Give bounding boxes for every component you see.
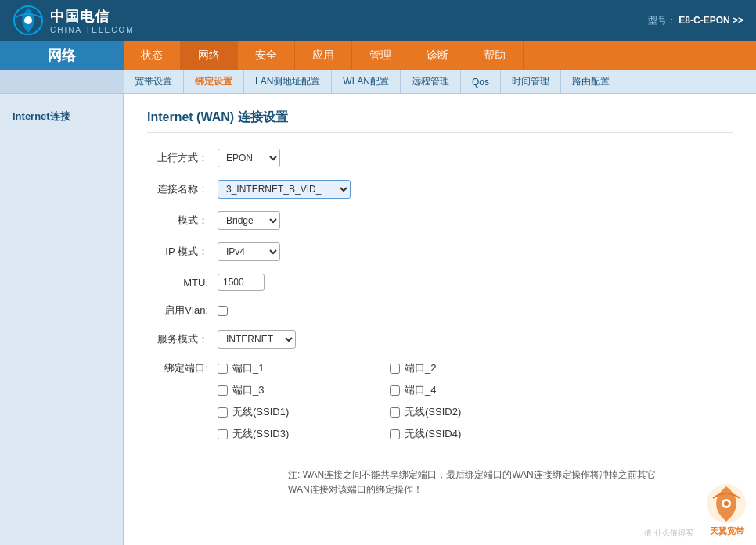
ssid4-checkbox[interactable] bbox=[390, 429, 400, 439]
sub-nav-sidebar bbox=[0, 70, 124, 93]
connection-name-label: 连接名称： bbox=[147, 182, 218, 196]
port1-checkbox[interactable] bbox=[218, 364, 228, 374]
china-telecom-icon bbox=[13, 5, 44, 36]
ssid2-text: 无线(SSID2) bbox=[405, 405, 461, 419]
logo-text-area: 中国电信 CHINA TELECOM bbox=[50, 7, 135, 34]
connection-name-row: 连接名称： 3_INTERNET_B_VID_ bbox=[147, 180, 733, 199]
ssid3-checkbox[interactable] bbox=[218, 429, 228, 439]
sub-nav-binding[interactable]: 绑定设置 bbox=[184, 70, 244, 93]
port4-label: 端口_4 bbox=[390, 383, 562, 397]
top-navigation: 网络 状态 网络 安全 应用 管理 诊断 帮助 bbox=[0, 41, 756, 70]
port3-text: 端口_3 bbox=[232, 383, 264, 397]
mode-label: 模式： bbox=[147, 213, 218, 228]
left-sidebar: Internet连接 bbox=[0, 94, 124, 545]
ssid4-label: 无线(SSID4) bbox=[390, 427, 562, 441]
mode-control: Bridge PPPoE Static DHCP bbox=[218, 211, 280, 230]
logo-chinese: 中国电信 bbox=[50, 7, 135, 26]
service-mode-label: 服务模式： bbox=[147, 332, 218, 346]
sub-nav-items-container: 宽带设置 绑定设置 LAN侧地址配置 WLAN配置 远程管理 Qos 时间管理 … bbox=[124, 70, 756, 93]
note-text: 注: WAN连接之间不能共享绑定端口，最后绑定端口的WAN连接绑定操作将冲掉之前… bbox=[288, 468, 664, 497]
page-header: 中国电信 CHINA TELECOM 型号： E8-C-EPON >> bbox=[0, 0, 756, 41]
port3-label: 端口_3 bbox=[218, 383, 390, 397]
svg-point-1 bbox=[24, 16, 32, 24]
nav-item-network[interactable]: 网络 bbox=[181, 41, 238, 70]
ip-mode-row: IP 模式： IPv4 IPv6 IPv4/IPv6 bbox=[147, 242, 733, 261]
ssid1-label: 无线(SSID1) bbox=[218, 405, 390, 419]
ssid4-text: 无线(SSID4) bbox=[405, 427, 461, 441]
sub-nav-time[interactable]: 时间管理 bbox=[501, 70, 561, 93]
nav-item-diagnostics[interactable]: 诊断 bbox=[409, 41, 466, 70]
ip-mode-control: IPv4 IPv6 IPv4/IPv6 bbox=[218, 242, 280, 261]
connection-name-control: 3_INTERNET_B_VID_ bbox=[218, 180, 351, 199]
model-info: 型号： E8-C-EPON >> bbox=[648, 14, 743, 27]
nav-item-status[interactable]: 状态 bbox=[124, 41, 181, 70]
connection-name-select[interactable]: 3_INTERNET_B_VID_ bbox=[218, 180, 351, 199]
upload-method-label: 上行方式： bbox=[147, 151, 218, 165]
port4-checkbox[interactable] bbox=[390, 385, 400, 396]
port1-text: 端口_1 bbox=[232, 361, 264, 375]
ssid2-label: 无线(SSID2) bbox=[390, 405, 562, 419]
sub-nav-wlan[interactable]: WLAN配置 bbox=[332, 70, 401, 93]
mtu-input[interactable]: 1500 bbox=[218, 274, 265, 291]
sub-nav-remote[interactable]: 远程管理 bbox=[401, 70, 461, 93]
mtu-label: MTU: bbox=[147, 277, 218, 289]
upload-method-row: 上行方式： EPON bbox=[147, 149, 733, 167]
mtu-control: 1500 bbox=[218, 274, 265, 291]
port4-text: 端口_4 bbox=[405, 383, 436, 397]
nav-item-security[interactable]: 安全 bbox=[238, 41, 295, 70]
ssid1-checkbox[interactable] bbox=[218, 407, 228, 418]
watermark-text: 值·什么值得买 bbox=[644, 528, 693, 539]
bind-ports-label: 绑定端口: bbox=[147, 361, 218, 375]
tianyi-logo-area: 天翼宽带 bbox=[705, 482, 748, 537]
ip-mode-select[interactable]: IPv4 IPv6 IPv4/IPv6 bbox=[218, 242, 280, 261]
logo-english: CHINA TELECOM bbox=[50, 26, 135, 34]
bind-row-4: 无线(SSID3) 无线(SSID4) bbox=[218, 427, 562, 441]
bind-ports-row: 绑定端口: 端口_1 端口_2 端口_3 bbox=[147, 361, 733, 449]
mode-row: 模式： Bridge PPPoE Static DHCP bbox=[147, 211, 733, 230]
ip-mode-label: IP 模式： bbox=[147, 245, 218, 259]
vlan-label: 启用Vlan: bbox=[147, 303, 218, 317]
nav-sidebar-label: 网络 bbox=[0, 41, 124, 70]
port3-checkbox[interactable] bbox=[218, 385, 228, 396]
model-value: E8-C-EPON >> bbox=[679, 15, 743, 26]
upload-method-control: EPON bbox=[218, 149, 280, 167]
service-mode-control: INTERNET OTHER bbox=[218, 330, 296, 349]
page-title: Internet (WAN) 连接设置 bbox=[147, 109, 733, 133]
sub-nav-routing[interactable]: 路由配置 bbox=[561, 70, 621, 93]
sub-navigation: 宽带设置 绑定设置 LAN侧地址配置 WLAN配置 远程管理 Qos 时间管理 … bbox=[0, 70, 756, 94]
main-layout: Internet连接 Internet (WAN) 连接设置 上行方式： EPO… bbox=[0, 94, 756, 545]
logo-area: 中国电信 CHINA TELECOM bbox=[13, 5, 135, 36]
port2-checkbox[interactable] bbox=[390, 364, 400, 374]
tianyi-brand-text: 天翼宽带 bbox=[710, 525, 744, 537]
bind-ports-container: 端口_1 端口_2 端口_3 端口_4 bbox=[218, 361, 562, 449]
sub-nav-lan[interactable]: LAN侧地址配置 bbox=[244, 70, 332, 93]
tianyi-icon bbox=[705, 482, 748, 525]
bind-row-3: 无线(SSID1) 无线(SSID2) bbox=[218, 405, 562, 419]
nav-item-help[interactable]: 帮助 bbox=[466, 41, 524, 70]
vlan-row: 启用Vlan: bbox=[147, 303, 733, 317]
ssid2-checkbox[interactable] bbox=[390, 407, 400, 418]
nav-items-container: 状态 网络 安全 应用 管理 诊断 帮助 bbox=[124, 41, 756, 70]
ssid1-text: 无线(SSID1) bbox=[232, 405, 289, 419]
sub-nav-broadband[interactable]: 宽带设置 bbox=[124, 70, 184, 93]
sub-nav-qos[interactable]: Qos bbox=[461, 70, 501, 93]
service-mode-select[interactable]: INTERNET OTHER bbox=[218, 330, 296, 349]
model-label: 型号： bbox=[648, 15, 676, 26]
ssid3-text: 无线(SSID3) bbox=[232, 427, 289, 441]
note-row: 注: WAN连接之间不能共享绑定端口，最后绑定端口的WAN连接绑定操作将冲掉之前… bbox=[147, 461, 733, 497]
service-mode-row: 服务模式： INTERNET OTHER bbox=[147, 330, 733, 349]
mtu-row: MTU: 1500 bbox=[147, 274, 733, 291]
sidebar-item-internet[interactable]: Internet连接 bbox=[0, 103, 123, 130]
port2-text: 端口_2 bbox=[405, 361, 436, 375]
mode-select[interactable]: Bridge PPPoE Static DHCP bbox=[218, 211, 280, 230]
svg-point-4 bbox=[724, 501, 729, 506]
bind-row-1: 端口_1 端口_2 bbox=[218, 361, 562, 375]
vlan-checkbox[interactable] bbox=[218, 306, 228, 316]
nav-item-management[interactable]: 管理 bbox=[352, 41, 409, 70]
port1-label: 端口_1 bbox=[218, 361, 390, 375]
main-content: Internet (WAN) 连接设置 上行方式： EPON 连接名称： 3_I… bbox=[124, 94, 756, 545]
vlan-control bbox=[218, 306, 228, 316]
upload-method-select[interactable]: EPON bbox=[218, 149, 280, 167]
port2-label: 端口_2 bbox=[390, 361, 562, 375]
nav-item-apps[interactable]: 应用 bbox=[295, 41, 352, 70]
